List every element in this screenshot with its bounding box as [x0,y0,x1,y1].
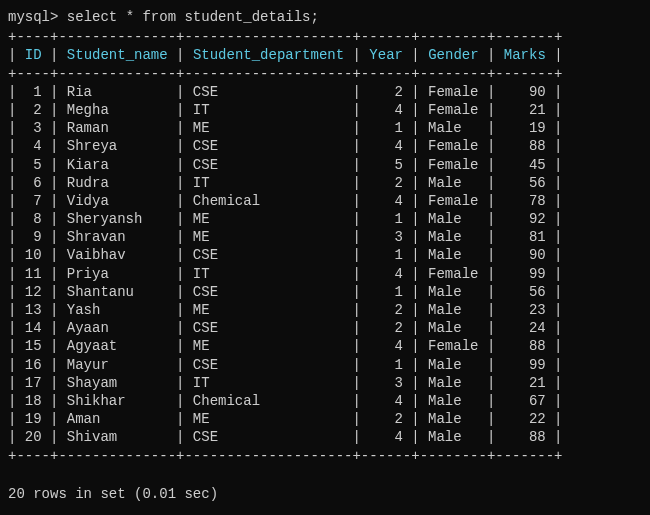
table-row: | 20 | Shivam | CSE | 4 | Male | 88 | [8,428,642,446]
empty-line [8,465,642,483]
table-row: | 5 | Kiara | CSE | 5 | Female | 45 | [8,156,642,174]
table-row: | 10 | Vaibhav | CSE | 1 | Male | 90 | [8,246,642,264]
table-bottom-border: +----+--------------+-------------------… [8,447,642,465]
table-row: | 2 | Megha | IT | 4 | Female | 21 | [8,101,642,119]
mysql-prompt: mysql> [8,9,58,25]
table-row: | 14 | Ayaan | CSE | 2 | Male | 24 | [8,319,642,337]
table-row: | 12 | Shantanu | CSE | 1 | Male | 56 | [8,283,642,301]
table-row: | 6 | Rudra | IT | 2 | Male | 56 | [8,174,642,192]
table-row: | 15 | Agyaat | ME | 4 | Female | 88 | [8,337,642,355]
table-row: | 17 | Shayam | IT | 3 | Male | 21 | [8,374,642,392]
sql-query: select * from student_details; [67,9,319,25]
table-row: | 4 | Shreya | CSE | 4 | Female | 88 | [8,137,642,155]
table-row: | 8 | Sheryansh | ME | 1 | Male | 92 | [8,210,642,228]
table-row: | 3 | Raman | ME | 1 | Male | 19 | [8,119,642,137]
table-row: | 11 | Priya | IT | 4 | Female | 99 | [8,265,642,283]
table-row: | 13 | Yash | ME | 2 | Male | 23 | [8,301,642,319]
table-top-border: +----+--------------+-------------------… [8,28,642,46]
table-row: | 19 | Aman | ME | 2 | Male | 22 | [8,410,642,428]
status-line: 20 rows in set (0.01 sec) [8,485,642,503]
table-row: | 7 | Vidya | Chemical | 4 | Female | 78… [8,192,642,210]
table-row: | 1 | Ria | CSE | 2 | Female | 90 | [8,83,642,101]
table-row: | 16 | Mayur | CSE | 1 | Male | 99 | [8,356,642,374]
table-row: | 9 | Shravan | ME | 3 | Male | 81 | [8,228,642,246]
table-row: | 18 | Shikhar | Chemical | 4 | Male | 6… [8,392,642,410]
prompt-line[interactable]: mysql> select * from student_details; [8,8,642,26]
table-header-border: +----+--------------+-------------------… [8,65,642,83]
table-header-row: | ID | Student_name | Student_department… [8,46,642,64]
table-body: | 1 | Ria | CSE | 2 | Female | 90 || 2 |… [8,83,642,447]
terminal-output: mysql> select * from student_details; +-… [8,8,642,503]
